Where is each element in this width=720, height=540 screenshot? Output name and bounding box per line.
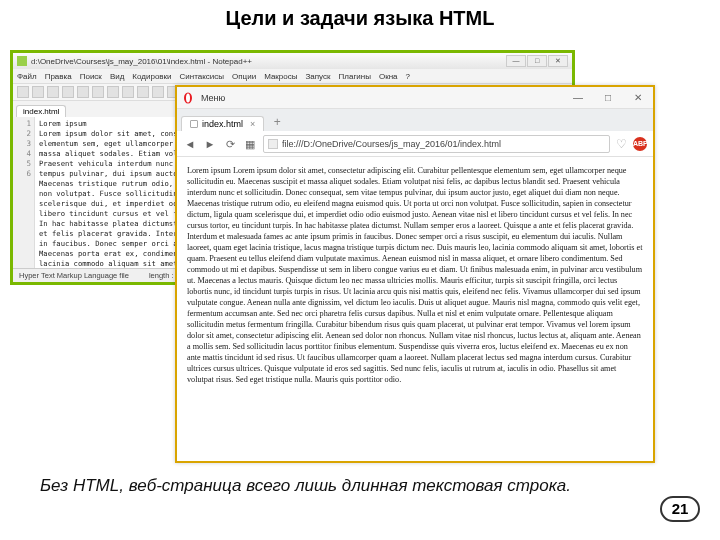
- tool-open-icon[interactable]: [32, 86, 44, 98]
- opera-addressbar: ◄ ► ⟳ ▦ file:///D:/OneDrive/Courses/js_m…: [177, 131, 653, 157]
- tool-print-icon[interactable]: [92, 86, 104, 98]
- opera-minimize-button[interactable]: —: [563, 87, 593, 109]
- opera-close-button[interactable]: ✕: [623, 87, 653, 109]
- menu-help[interactable]: ?: [406, 72, 410, 81]
- tool-cut-icon[interactable]: [107, 86, 119, 98]
- opera-titlebar[interactable]: Меню — □ ✕: [177, 87, 653, 109]
- menu-run[interactable]: Запуск: [305, 72, 330, 81]
- opera-maximize-button[interactable]: □: [593, 87, 623, 109]
- page-content[interactable]: Lorem ipsum Lorem ipsum dolor sit amet, …: [177, 157, 653, 461]
- tool-copy-icon[interactable]: [122, 86, 134, 98]
- status-filetype: Hyper Text Markup Language file: [19, 271, 129, 280]
- opera-logo-icon[interactable]: [177, 87, 199, 109]
- slide-title: Цели и задачи языка HTML: [0, 0, 720, 30]
- npp-menubar[interactable]: Файл Правка Поиск Вид Кодировки Синтакси…: [13, 69, 572, 83]
- svg-point-1: [186, 93, 190, 102]
- npp-title-text: d:\OneDrive\Courses\js_may_2016\01\index…: [31, 57, 506, 66]
- adblock-icon[interactable]: ABP: [633, 137, 647, 151]
- opera-tabstrip[interactable]: index.html × +: [177, 109, 653, 131]
- nav-back-button[interactable]: ◄: [183, 137, 197, 151]
- page-icon: [268, 139, 278, 149]
- tool-close-icon[interactable]: [77, 86, 89, 98]
- tool-undo-icon[interactable]: [152, 86, 164, 98]
- new-tab-button[interactable]: +: [268, 113, 286, 131]
- menu-view[interactable]: Вид: [110, 72, 124, 81]
- tool-save-icon[interactable]: [47, 86, 59, 98]
- tool-saveall-icon[interactable]: [62, 86, 74, 98]
- menu-settings[interactable]: Опции: [232, 72, 256, 81]
- menu-macro[interactable]: Макросы: [264, 72, 297, 81]
- opera-tab-index[interactable]: index.html ×: [181, 116, 264, 131]
- menu-encoding[interactable]: Кодировки: [132, 72, 171, 81]
- maximize-button[interactable]: □: [527, 55, 547, 67]
- menu-plugins[interactable]: Плагины: [339, 72, 371, 81]
- nav-reload-button[interactable]: ⟳: [223, 137, 237, 151]
- tool-new-icon[interactable]: [17, 86, 29, 98]
- close-button[interactable]: ✕: [548, 55, 568, 67]
- page-number-badge: 21: [660, 496, 700, 522]
- tab-close-icon[interactable]: ×: [250, 119, 255, 129]
- slide-footer: Без HTML, веб-страница всего лишь длинна…: [40, 475, 600, 497]
- opera-menu-button[interactable]: Меню: [201, 93, 225, 103]
- nav-speeddial-button[interactable]: ▦: [243, 137, 257, 151]
- menu-file[interactable]: Файл: [17, 72, 37, 81]
- bookmark-heart-icon[interactable]: ♡: [616, 137, 627, 151]
- minimize-button[interactable]: —: [506, 55, 526, 67]
- url-input[interactable]: file:///D:/OneDrive/Courses/js_may_2016/…: [263, 135, 610, 153]
- menu-edit[interactable]: Правка: [45, 72, 72, 81]
- notepadpp-icon: [17, 56, 27, 66]
- file-icon: [190, 120, 198, 128]
- npp-titlebar[interactable]: d:\OneDrive\Courses\js_may_2016\01\index…: [13, 53, 572, 69]
- opera-window: Меню — □ ✕ index.html × + ◄ ► ⟳ ▦ file:/…: [175, 85, 655, 463]
- nav-forward-button[interactable]: ►: [203, 137, 217, 151]
- menu-window[interactable]: Окна: [379, 72, 398, 81]
- menu-search[interactable]: Поиск: [80, 72, 102, 81]
- line-number-gutter: 123456: [13, 117, 35, 268]
- npp-tab-index[interactable]: index.html: [16, 105, 66, 117]
- menu-language[interactable]: Синтаксисы: [180, 72, 225, 81]
- opera-tab-label: index.html: [202, 119, 243, 129]
- url-text: file:///D:/OneDrive/Courses/js_may_2016/…: [282, 139, 501, 149]
- tool-paste-icon[interactable]: [137, 86, 149, 98]
